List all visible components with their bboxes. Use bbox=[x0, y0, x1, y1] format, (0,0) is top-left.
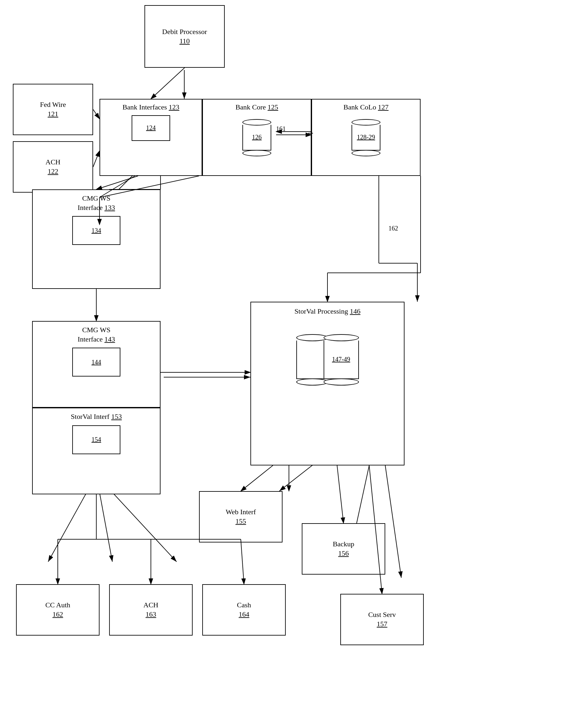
cmg-ws-133-inner: 134 bbox=[72, 216, 120, 245]
storval-interf-box: StorVal Interf 153 154 bbox=[32, 408, 160, 494]
bank-colo-label: Bank CoLo 127 bbox=[344, 103, 389, 112]
cmg-ws-133-inner-label: 134 bbox=[92, 227, 101, 234]
cmg-ws-143-label: CMG WSInterface 143 bbox=[78, 326, 115, 344]
bank-colo-box: Bank CoLo 127 128-29 bbox=[311, 99, 421, 176]
storval-interf-label: StorVal Interf 153 bbox=[71, 412, 122, 421]
backup-label: Backup156 bbox=[333, 540, 354, 558]
bank-interfaces-box: Bank Interfaces 123 124 bbox=[100, 99, 202, 176]
bank-core-inner-label: 126 bbox=[252, 133, 262, 141]
cash-label: Cash164 bbox=[237, 601, 251, 619]
bank-core-box: Bank Core 125 126 bbox=[202, 99, 311, 176]
cc-auth-box: CC Auth162 bbox=[16, 584, 100, 635]
cmg-ws-143-inner: 144 bbox=[72, 348, 120, 376]
cust-serv-label: Cust Serv157 bbox=[368, 610, 396, 628]
ach-bottom-label: ACH163 bbox=[144, 601, 158, 619]
fed-wire-label: Fed Wire 121 bbox=[40, 100, 66, 119]
cash-box: Cash164 bbox=[202, 584, 286, 635]
diagram: Debit Processor 110 Fed Wire 121 ACH 122… bbox=[0, 0, 583, 728]
svg-line-19 bbox=[385, 465, 401, 578]
bank-interfaces-label: Bank Interfaces 123 bbox=[122, 103, 179, 112]
web-interf-box: Web Interf155 bbox=[199, 491, 282, 543]
debit-processor-label: Debit Processor 110 bbox=[162, 27, 207, 46]
storval-processing-box: StorVal Processing 146 147-49 bbox=[250, 302, 405, 465]
svg-line-28 bbox=[96, 176, 138, 189]
svg-line-24 bbox=[93, 151, 100, 167]
cc-auth-label: CC Auth162 bbox=[45, 601, 70, 619]
storval-processing-inner-label: 147-49 bbox=[332, 356, 350, 363]
bank-core-label: Bank Core 125 bbox=[235, 103, 278, 112]
cmg-ws-143-inner-label: 144 bbox=[92, 359, 101, 366]
cust-serv-box: Cust Serv157 bbox=[340, 594, 424, 645]
bank-interfaces-inner-label: 124 bbox=[146, 124, 156, 132]
bank-interfaces-inner: 124 bbox=[132, 115, 170, 141]
backup-box: Backup156 bbox=[302, 523, 385, 575]
ach-top-label: ACH 122 bbox=[46, 158, 60, 176]
storval-interf-inner: 154 bbox=[72, 425, 120, 454]
ach-bottom-box: ACH163 bbox=[109, 584, 193, 635]
ach-top-box: ACH 122 bbox=[13, 141, 93, 192]
web-interf-label: Web Interf155 bbox=[226, 508, 256, 526]
fed-wire-box: Fed Wire 121 bbox=[13, 84, 93, 135]
svg-line-38 bbox=[241, 539, 244, 584]
svg-line-23 bbox=[93, 109, 100, 119]
connection-161-label: 161 bbox=[276, 125, 286, 133]
svg-line-42 bbox=[241, 465, 273, 491]
connection-162-label: 162 bbox=[388, 225, 398, 232]
storval-interf-inner-label: 154 bbox=[92, 436, 101, 443]
svg-line-40 bbox=[337, 465, 344, 523]
cmg-ws-133-box: CMG WSInterface 133 134 bbox=[32, 189, 160, 289]
storval-processing-label: StorVal Processing 146 bbox=[295, 307, 360, 316]
bank-colo-inner-label: 128-29 bbox=[357, 133, 375, 141]
cmg-ws-143-box: CMG WSInterface 143 144 bbox=[32, 321, 160, 408]
cmg-ws-133-label: CMG WSInterface 133 bbox=[78, 194, 115, 212]
debit-processor-box: Debit Processor 110 bbox=[145, 5, 225, 68]
svg-line-22 bbox=[151, 68, 185, 99]
